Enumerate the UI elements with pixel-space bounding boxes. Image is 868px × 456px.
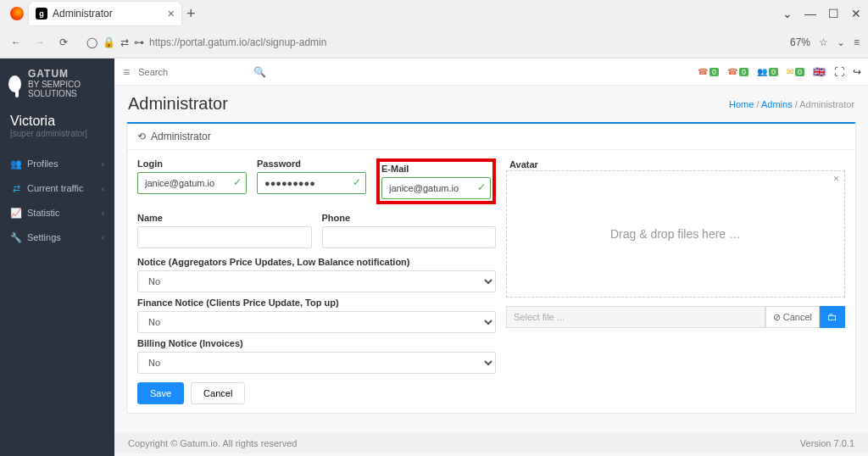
url-text[interactable]: https://portal.gatum.io/acl/signup-admin bbox=[149, 36, 326, 48]
password-label: Password bbox=[257, 158, 366, 169]
ban-icon: ⊘ bbox=[773, 312, 781, 323]
menu-icon[interactable]: ≡ bbox=[854, 36, 860, 48]
notice-label: Notice (Aggregators Price Updates, Low B… bbox=[137, 257, 496, 267]
pocket-icon[interactable]: ⌄ bbox=[837, 36, 845, 48]
flag-icon[interactable]: 🇬🇧 bbox=[813, 66, 826, 78]
close-icon[interactable]: ✕ bbox=[851, 7, 861, 20]
notice-select[interactable]: No bbox=[137, 270, 496, 292]
phone-label: Phone bbox=[322, 213, 497, 223]
password-input[interactable] bbox=[257, 172, 366, 194]
file-cancel-button[interactable]: ⊘Cancel bbox=[765, 306, 820, 328]
sidebar-item-profiles[interactable]: 👥Profiles‹ bbox=[0, 152, 114, 176]
save-button[interactable]: Save bbox=[137, 382, 184, 404]
breadcrumb: Home / Admins / Administrator bbox=[729, 99, 854, 109]
user-role: [super administrator] bbox=[10, 129, 104, 138]
chevron-down-icon[interactable]: ⌄ bbox=[782, 7, 793, 20]
email-highlight: E-Mail ✓ bbox=[376, 158, 496, 204]
file-browse-button[interactable]: 🗀 bbox=[820, 306, 845, 328]
tab-favicon: g bbox=[36, 8, 47, 19]
breadcrumb-current: Administrator bbox=[799, 99, 854, 109]
finance-select[interactable]: No bbox=[137, 311, 496, 333]
breadcrumb-home[interactable]: Home bbox=[729, 99, 754, 109]
search-icon[interactable]: 🔍 bbox=[253, 66, 266, 78]
drop-text: Drag & drop files here … bbox=[610, 227, 741, 241]
fullscreen-icon[interactable]: ⛶ bbox=[834, 66, 844, 78]
check-icon: ✓ bbox=[233, 176, 242, 188]
shield-icon[interactable]: ◯ bbox=[86, 36, 97, 48]
key-icon[interactable]: ⊶ bbox=[134, 36, 144, 48]
page-title: Administrator bbox=[128, 94, 228, 114]
topbar-badge-1[interactable]: ☎0 bbox=[698, 67, 719, 76]
back-icon[interactable]: ← bbox=[8, 35, 24, 50]
email-label: E-Mail bbox=[381, 164, 491, 174]
finance-label: Finance Notice (Clients Price Update, To… bbox=[137, 298, 496, 308]
brand-logo: GATUM BY SEMPICO SOLUTIONS bbox=[0, 58, 114, 108]
tab-title: Administrator bbox=[53, 8, 113, 19]
browser-tab[interactable]: g Administrator × bbox=[29, 2, 181, 25]
tab-close-icon[interactable]: × bbox=[168, 7, 175, 20]
topbar-badge-4[interactable]: ✉0 bbox=[787, 67, 804, 76]
topbar-badge-2[interactable]: ☎0 bbox=[727, 67, 748, 76]
sidebar-item-statistic[interactable]: 📈Statistic‹ bbox=[0, 201, 114, 225]
maximize-icon[interactable]: ☐ bbox=[828, 7, 839, 20]
avatar-label: Avatar bbox=[509, 159, 538, 170]
sidebar-item-settings[interactable]: 🔧Settings‹ bbox=[0, 225, 114, 250]
phone-input[interactable] bbox=[322, 226, 497, 248]
new-tab-icon[interactable]: + bbox=[186, 5, 196, 23]
folder-icon: 🗀 bbox=[827, 311, 837, 323]
check-icon: ✓ bbox=[353, 176, 361, 188]
login-label: Login bbox=[137, 158, 247, 169]
hamburger-icon[interactable]: ≡ bbox=[123, 65, 130, 79]
lock-icon[interactable]: 🔒 bbox=[103, 36, 115, 48]
check-icon: ✓ bbox=[477, 181, 486, 193]
dropzone-close-icon[interactable]: × bbox=[833, 173, 839, 185]
toggle-icon[interactable]: ⇄ bbox=[120, 36, 129, 48]
user-name: Victoria bbox=[10, 114, 104, 129]
email-input[interactable] bbox=[381, 177, 491, 199]
footer-copyright: Copyright © Gatum.io. All rights reserve… bbox=[128, 438, 297, 448]
card-title: Administrator bbox=[151, 131, 211, 142]
bookmark-icon[interactable]: ☆ bbox=[819, 36, 828, 48]
reload-icon[interactable]: ⟳ bbox=[56, 35, 71, 50]
zoom-level[interactable]: 67% bbox=[790, 36, 810, 48]
refresh-icon[interactable]: ⟲ bbox=[137, 131, 146, 142]
name-input[interactable] bbox=[137, 226, 312, 248]
login-input[interactable] bbox=[137, 172, 247, 194]
brand-name: GATUM bbox=[28, 68, 69, 80]
forward-icon: → bbox=[32, 35, 47, 50]
firefox-icon bbox=[10, 7, 24, 20]
breadcrumb-admins[interactable]: Admins bbox=[761, 99, 793, 109]
topbar-badge-3[interactable]: 👥0 bbox=[757, 67, 778, 76]
minimize-icon[interactable]: — bbox=[804, 7, 816, 20]
logo-icon bbox=[8, 75, 21, 92]
avatar-dropzone[interactable]: × Drag & drop files here … bbox=[506, 170, 845, 298]
sidebar: GATUM BY SEMPICO SOLUTIONS Victoria [sup… bbox=[0, 58, 114, 456]
sidebar-item-current-traffic[interactable]: ⇄Current traffic‹ bbox=[0, 176, 114, 201]
logout-icon[interactable]: ↪ bbox=[853, 66, 861, 78]
search-input[interactable] bbox=[138, 67, 255, 77]
brand-by: BY SEMPICO SOLUTIONS bbox=[28, 80, 81, 98]
billing-select[interactable]: No bbox=[137, 352, 496, 374]
billing-label: Billing Notice (Invoices) bbox=[137, 338, 496, 348]
cancel-button[interactable]: Cancel bbox=[191, 382, 245, 404]
name-label: Name bbox=[137, 213, 312, 223]
footer-version-label: Version bbox=[800, 438, 834, 448]
select-file-input[interactable]: Select file ... bbox=[506, 306, 765, 328]
footer-version: 7.0.1 bbox=[834, 438, 854, 448]
